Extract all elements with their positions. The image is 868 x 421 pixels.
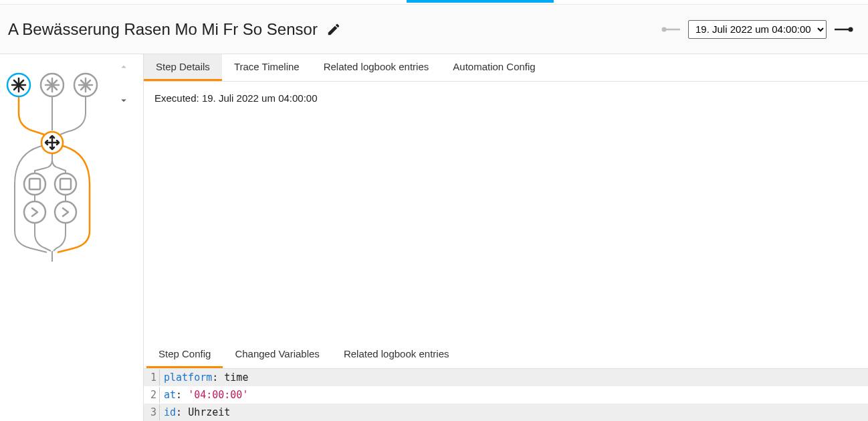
upper-tabs: Step Details Trace Timeline Related logb… [144, 54, 868, 82]
svg-point-3 [849, 27, 853, 31]
svg-point-1 [662, 27, 667, 31]
graph-node-trigger-1[interactable] [7, 74, 30, 96]
tab-related-logbook[interactable]: Related logbook entries [312, 54, 441, 81]
line-number: 2 [146, 387, 160, 403]
tab-step-details[interactable]: Step Details [144, 54, 222, 81]
yaml-value: '04:00:00' [188, 389, 248, 401]
graph-node-seq-1[interactable] [24, 201, 45, 223]
code-line: 3 id: Uhrzeit [144, 404, 868, 421]
trace-graph-panel [0, 54, 144, 421]
trace-graph[interactable] [0, 66, 107, 267]
line-number: 3 [146, 404, 160, 420]
graph-up-icon [118, 61, 130, 74]
code-line: 1 platform: time [144, 369, 868, 386]
yaml-key: id [164, 406, 176, 418]
step-config-code: 1 platform: time 2 at: '04:00:00' 3 id: … [144, 369, 868, 421]
yaml-value: time [224, 371, 248, 384]
svg-point-28 [55, 201, 76, 223]
yaml-key: at [164, 389, 176, 401]
header-bar: A Bewässerung Rasen Mo Mi Fr So Sensor 1… [0, 5, 868, 54]
subtab-related-logbook[interactable]: Related logbook entries [332, 341, 461, 368]
next-run-icon[interactable] [832, 23, 855, 36]
graph-node-trigger-3[interactable] [74, 74, 97, 96]
subtab-changed-variables[interactable]: Changed Variables [223, 341, 331, 368]
yaml-key: platform [164, 371, 212, 384]
edit-icon[interactable] [324, 20, 343, 39]
svg-point-23 [24, 173, 45, 195]
tab-automation-config[interactable]: Automation Config [441, 54, 547, 81]
page-title: A Bewässerung Rasen Mo Mi Fr So Sensor [8, 20, 318, 39]
step-details-content: Executed: 19. Juli 2022 um 04:00:00 [144, 82, 868, 341]
executed-label: Executed: [154, 92, 202, 104]
graph-node-seq-2[interactable] [55, 201, 76, 223]
graph-node-option-2[interactable] [55, 173, 76, 195]
graph-node-choose[interactable] [41, 132, 63, 153]
svg-point-27 [24, 201, 45, 223]
active-top-tab-indicator [407, 0, 554, 3]
code-line: 2 at: '04:00:00' [144, 386, 868, 404]
run-select[interactable]: 19. Juli 2022 um 04:00:00 [688, 20, 827, 39]
graph-node-trigger-2[interactable] [41, 74, 64, 96]
top-stripe [0, 0, 868, 5]
graph-node-option-1[interactable] [24, 173, 45, 195]
line-number: 1 [146, 369, 160, 386]
lower-tabs: Step Config Changed Variables Related lo… [144, 341, 868, 369]
yaml-value: Uhrzeit [188, 406, 230, 418]
executed-time: 19. Juli 2022 um 04:00:00 [202, 92, 318, 104]
svg-point-25 [55, 173, 76, 195]
tab-trace-timeline[interactable]: Trace Timeline [222, 54, 312, 81]
prev-run-icon [660, 23, 683, 36]
graph-down-icon[interactable] [118, 94, 130, 108]
subtab-step-config[interactable]: Step Config [146, 341, 223, 368]
details-panel: Step Details Trace Timeline Related logb… [144, 54, 868, 421]
